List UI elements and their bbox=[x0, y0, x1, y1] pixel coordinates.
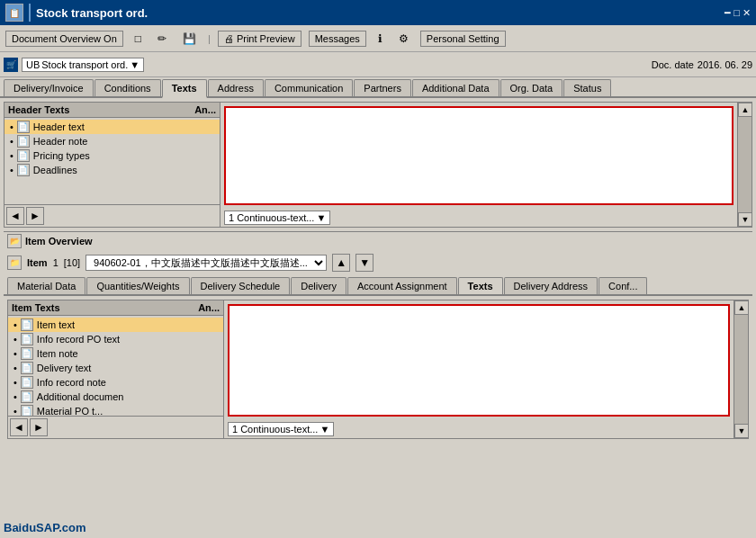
list-item[interactable]: • 📄 Item note bbox=[8, 346, 223, 361]
item-tab-conf[interactable]: Conf... bbox=[598, 277, 647, 294]
window-title: Stock transport ord. bbox=[36, 6, 148, 20]
tab-texts[interactable]: Texts bbox=[162, 79, 207, 98]
item-text-editor[interactable] bbox=[228, 304, 730, 417]
save-icon[interactable]: 💾 bbox=[178, 30, 201, 48]
scroll-right-button[interactable]: ► bbox=[30, 418, 48, 436]
item-text-list-controls: ◄ ► bbox=[8, 416, 223, 438]
item-texts-an-label: An... bbox=[198, 302, 220, 313]
messages-button[interactable]: Messages bbox=[309, 31, 366, 47]
tab-status[interactable]: Status bbox=[563, 79, 611, 96]
bullet-icon: • bbox=[14, 377, 17, 388]
tab-additional-data[interactable]: Additional Data bbox=[412, 79, 500, 96]
edit-icon[interactable]: ✏ bbox=[153, 30, 171, 48]
title-bar: 📋 Stock transport ord. ━ □ ✕ bbox=[0, 0, 756, 25]
item-tab-delivery-schedule[interactable]: Delivery Schedule bbox=[191, 277, 291, 294]
info-icon[interactable]: ℹ bbox=[374, 30, 387, 48]
tab-partners[interactable]: Partners bbox=[354, 79, 411, 96]
item-text-edit-area: 1 Continuous-text... ▼ bbox=[224, 300, 734, 438]
item-texts-panel: Item Texts An... • 📄 Item text • 📄 Info … bbox=[7, 300, 749, 439]
item-text-format-label: 1 Continuous-text... bbox=[232, 424, 318, 435]
settings-icon[interactable]: ⚙ bbox=[394, 30, 413, 48]
item-number: 1 bbox=[53, 257, 58, 268]
doc-icon: 📄 bbox=[17, 149, 30, 162]
header-scrollbar[interactable]: ▲ ▼ bbox=[737, 103, 752, 227]
header-texts-label: Header Texts bbox=[8, 104, 69, 115]
org-selector[interactable]: UB Stock transport ord. ▼ bbox=[22, 58, 144, 72]
item-tab-strip: Material Data Quantities/Weights Deliver… bbox=[4, 275, 752, 296]
doc-icon: 📄 bbox=[21, 390, 33, 403]
header-text-list-items: • 📄 Header text • 📄 Header note • 📄 Pric… bbox=[4, 118, 220, 204]
item-tab-material-data[interactable]: Material Data bbox=[7, 277, 86, 294]
list-item[interactable]: • 📄 Delivery text bbox=[8, 361, 223, 375]
tab-conditions[interactable]: Conditions bbox=[94, 79, 161, 96]
toolbar-row2: 🛒 UB Stock transport ord. ▼ Doc. date 20… bbox=[0, 52, 756, 77]
item-desc-select[interactable]: 940602-01，中文版描述中文版描述中文版描述... bbox=[86, 255, 327, 271]
doc-icon: 📄 bbox=[21, 333, 33, 345]
list-item[interactable]: • 📄 Info record note bbox=[8, 375, 223, 390]
main-area: Header Texts An... • 📄 Header text • 📄 H… bbox=[0, 98, 756, 444]
tab-org-data[interactable]: Org. Data bbox=[500, 79, 563, 96]
new-doc-icon[interactable]: □ bbox=[130, 30, 146, 48]
item-bracket: [10] bbox=[64, 257, 80, 268]
list-item[interactable]: • 📄 Pricing types bbox=[4, 148, 220, 163]
item-scrollbar[interactable]: ▲ ▼ bbox=[734, 300, 748, 438]
scroll-up-button[interactable]: ▲ bbox=[738, 103, 752, 117]
item-label: Deadlines bbox=[33, 165, 77, 175]
doc-icon: 📄 bbox=[21, 362, 33, 374]
bullet-icon: • bbox=[10, 136, 14, 147]
item-next-button[interactable]: ▼ bbox=[356, 254, 374, 272]
tab-communication[interactable]: Communication bbox=[265, 79, 353, 96]
item-tab-delivery-address[interactable]: Delivery Address bbox=[504, 277, 598, 294]
item-text-list-items: • 📄 Item text • 📄 Info record PO text • … bbox=[8, 316, 223, 416]
bullet-icon: • bbox=[14, 406, 17, 416]
bullet-icon: • bbox=[14, 319, 17, 330]
item-tab-delivery[interactable]: Delivery bbox=[291, 277, 346, 294]
bullet-icon: • bbox=[10, 121, 14, 132]
item-label: Item text bbox=[37, 319, 75, 330]
tab-delivery-invoice[interactable]: Delivery/Invoice bbox=[4, 79, 94, 96]
dropdown-arrow-icon: ▼ bbox=[130, 59, 140, 70]
list-item[interactable]: • 📄 Additional documen bbox=[8, 390, 223, 404]
item-text-list-header: Item Texts An... bbox=[8, 300, 223, 316]
item-label: Info record PO text bbox=[37, 334, 120, 345]
doc-date-label: Doc. date bbox=[652, 59, 694, 70]
personal-setting-button[interactable]: Personal Setting bbox=[420, 31, 506, 47]
list-item[interactable]: • 📄 Header note bbox=[4, 134, 220, 148]
bullet-icon: • bbox=[14, 348, 17, 359]
item-tab-quantities[interactable]: Quantities/Weights bbox=[86, 277, 189, 294]
doc-icon: 📄 bbox=[21, 376, 33, 389]
scroll-left-button[interactable]: ◄ bbox=[10, 418, 28, 436]
item-text-format-dropdown[interactable]: 1 Continuous-text... ▼ bbox=[228, 422, 334, 436]
list-item[interactable]: • 📄 Item text bbox=[8, 318, 223, 332]
org-type: UB bbox=[26, 59, 40, 70]
list-item[interactable]: • 📄 Deadlines bbox=[4, 163, 220, 177]
scroll-down-button[interactable]: ▼ bbox=[738, 212, 752, 227]
header-text-editor[interactable] bbox=[224, 106, 734, 205]
scroll-up-button[interactable]: ▲ bbox=[734, 300, 749, 315]
item-prev-button[interactable]: ▲ bbox=[332, 254, 350, 272]
bullet-icon: • bbox=[14, 334, 17, 345]
scroll-left-button[interactable]: ◄ bbox=[6, 207, 24, 225]
list-item[interactable]: • 📄 Material PO t... bbox=[8, 404, 223, 416]
print-preview-button[interactable]: 🖨 Print Preview bbox=[218, 31, 302, 47]
list-item[interactable]: • 📄 Header text bbox=[4, 120, 220, 134]
app-icon: 📋 bbox=[5, 4, 23, 22]
item-label: Additional documen bbox=[37, 391, 124, 402]
text-format-dropdown[interactable]: 1 Continuous-text... ▼ bbox=[224, 211, 330, 225]
dropdown-arrow-icon: ▼ bbox=[316, 212, 326, 223]
header-text-edit-area: 1 Continuous-text... ▼ bbox=[220, 103, 737, 227]
doc-date-area: Doc. date 2016. 06. 29 bbox=[652, 59, 752, 70]
bullet-icon: • bbox=[14, 391, 17, 402]
tab-address[interactable]: Address bbox=[208, 79, 264, 96]
scroll-right-button[interactable]: ► bbox=[26, 207, 44, 225]
doc-overview-button[interactable]: Document Overview On bbox=[5, 31, 123, 47]
item-texts-label: Item Texts bbox=[12, 302, 60, 313]
text-format-label: 1 Continuous-text... bbox=[229, 212, 314, 223]
item-icon: 📁 bbox=[7, 256, 22, 270]
scroll-down-button[interactable]: ▼ bbox=[734, 424, 749, 438]
dropdown-arrow-icon: ▼ bbox=[320, 424, 329, 435]
scroll-track bbox=[734, 315, 748, 424]
item-tab-texts[interactable]: Texts bbox=[458, 277, 503, 296]
list-item[interactable]: • 📄 Info record PO text bbox=[8, 332, 223, 346]
item-tab-account[interactable]: Account Assignment bbox=[347, 277, 457, 294]
